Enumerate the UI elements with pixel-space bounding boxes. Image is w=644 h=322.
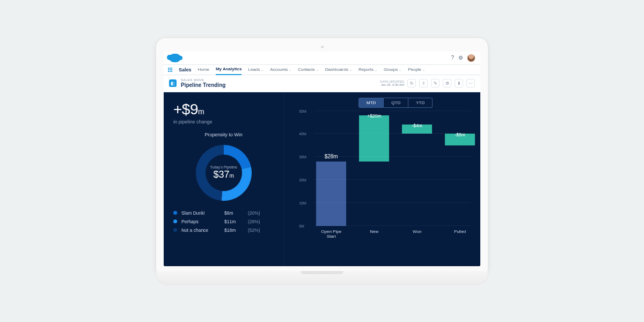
help-icon[interactable]: ? <box>451 55 454 61</box>
settings-icon[interactable]: ⚙ <box>458 55 463 61</box>
waterfall-bar <box>316 162 346 226</box>
nav-bar: Sales HomeMy AnalyticsLeads⌄Accounts⌄Con… <box>164 64 480 75</box>
dashboard-title: Pipeline Trending <box>181 82 225 88</box>
y-tick: 50M <box>299 109 306 113</box>
gridline <box>314 202 471 203</box>
waterfall-chart: 0M10M20M30M40M50M $28m+$20m-$4m-$5m Open… <box>299 111 471 240</box>
app-launcher-icon[interactable] <box>168 68 172 72</box>
tab-leads[interactable]: Leads⌄ <box>248 67 264 72</box>
y-tick: 20M <box>299 178 306 181</box>
tab-people[interactable]: People⌄ <box>408 67 425 72</box>
gridline <box>314 133 471 134</box>
bar-delta-label: +$20m <box>359 113 389 119</box>
legend-amount: $18m <box>224 228 244 233</box>
donut-center-value: $37m <box>213 169 233 180</box>
laptop-base <box>156 271 488 285</box>
legend-row: Slam Dunk! $8m (20%) <box>173 210 274 216</box>
x-label: New <box>359 229 389 234</box>
dashboard-icon: ◧ <box>169 79 177 87</box>
y-tick: 40M <box>299 132 306 136</box>
edit-icon[interactable]: ✎ <box>431 79 440 87</box>
time-tab-qtd[interactable]: QTD <box>384 98 408 108</box>
x-label: Won <box>402 229 432 234</box>
time-tab-mtd[interactable]: MTD <box>358 98 384 108</box>
tab-reports[interactable]: Reports⌄ <box>358 67 377 72</box>
screen: ? ⚙ Sales HomeMy AnalyticsLeads⌄Accounts… <box>164 52 480 266</box>
propensity-legend: Slam Dunk! $8m (20%) Perhaps $11m (28%) … <box>173 210 274 233</box>
donut-center-label: Today's Pipeline <box>210 165 237 169</box>
salesforce-logo <box>169 54 181 62</box>
chevron-down-icon: ⌄ <box>422 68 425 71</box>
propensity-donut-chart: Today's Pipeline $37m <box>192 141 256 205</box>
tab-groups[interactable]: Groups⌄ <box>384 67 401 72</box>
legend-pct: (52%) <box>248 228 260 233</box>
bar-delta-label: -$5m <box>445 132 475 137</box>
legend-name: Slam Dunk! <box>181 210 220 216</box>
gridline <box>314 111 471 111</box>
chevron-down-icon: ⌄ <box>316 68 319 71</box>
legend-amount: $8m <box>224 210 244 216</box>
tab-accounts[interactable]: Accounts⌄ <box>270 67 291 72</box>
y-tick: 30M <box>299 155 306 159</box>
waterfall-column: $28m <box>316 111 346 226</box>
legend-swatch <box>173 228 177 232</box>
dashboard-canvas: +$9m in pipeline change Propensity to Wi… <box>164 92 480 266</box>
gridline <box>314 179 471 180</box>
y-tick: 10M <box>299 201 306 204</box>
waterfall-column: -$5m <box>445 111 475 226</box>
laptop-frame: ? ⚙ Sales HomeMy AnalyticsLeads⌄Accounts… <box>156 38 488 285</box>
time-tab-ytd[interactable]: YTD <box>408 98 433 108</box>
gridline <box>314 156 471 157</box>
legend-name: Perhaps <box>181 219 220 224</box>
legend-amount: $11m <box>224 219 244 224</box>
pipeline-change-subtitle: in pipeline change <box>173 119 274 125</box>
data-updated: DATA UPDATED Jan 29, 9:30 AM <box>380 80 404 86</box>
propensity-title: Propensity to Win <box>173 132 274 137</box>
bar-delta-label: -$4m <box>402 123 432 128</box>
dashboard-header: ◧ SALES WAVE Pipeline Trending DATA UPDA… <box>164 75 480 92</box>
legend-row: Not a chance $18m (52%) <box>173 228 274 233</box>
tab-dashboards[interactable]: Dashboards⌄ <box>325 67 352 72</box>
avatar[interactable] <box>467 54 475 62</box>
time-range-tabs: MTDQTDYTD <box>320 98 471 108</box>
dashboard-kicker: SALES WAVE <box>181 78 225 82</box>
settings-icon[interactable]: ⚙ <box>443 79 451 87</box>
waterfall-column: -$4m <box>402 111 432 226</box>
legend-swatch <box>173 219 177 223</box>
chevron-down-icon: ⌄ <box>375 68 377 71</box>
app-name: Sales <box>179 67 192 72</box>
legend-swatch <box>173 211 177 215</box>
legend-name: Not a chance <box>181 228 220 233</box>
x-label: Pulled <box>445 229 475 234</box>
pipeline-change-metric: +$9m <box>173 101 274 118</box>
download-icon[interactable]: ⬇ <box>455 79 463 87</box>
x-label: Open Pipe Start <box>316 229 346 239</box>
waterfall-column: +$20m <box>359 111 389 226</box>
camera-dot <box>321 46 324 48</box>
left-panel: +$9m in pipeline change Propensity to Wi… <box>164 92 284 266</box>
legend-pct: (20%) <box>248 210 260 216</box>
legend-pct: (28%) <box>248 219 260 224</box>
chevron-down-icon: ⌄ <box>289 68 291 71</box>
chevron-down-icon: ⌄ <box>399 68 401 71</box>
tab-contacts[interactable]: Contacts⌄ <box>298 67 319 72</box>
waterfall-bar <box>359 115 389 162</box>
app-header: ? ⚙ <box>164 52 480 64</box>
chevron-down-icon: ⌄ <box>349 68 352 71</box>
tab-home[interactable]: Home <box>198 67 209 72</box>
y-tick: 0M <box>299 224 304 228</box>
chevron-down-icon: ⌄ <box>261 68 264 71</box>
tab-my-analytics[interactable]: My Analytics <box>216 64 242 75</box>
right-panel: MTDQTDYTD 0M10M20M30M40M50M $28m+$20m-$4… <box>284 92 480 266</box>
legend-row: Perhaps $11m (28%) <box>173 219 274 224</box>
refresh-icon[interactable]: ↻ <box>407 79 416 87</box>
share-icon[interactable]: ⇪ <box>419 79 428 87</box>
more-icon[interactable]: ⋯ <box>466 79 475 87</box>
gridline <box>314 225 471 226</box>
